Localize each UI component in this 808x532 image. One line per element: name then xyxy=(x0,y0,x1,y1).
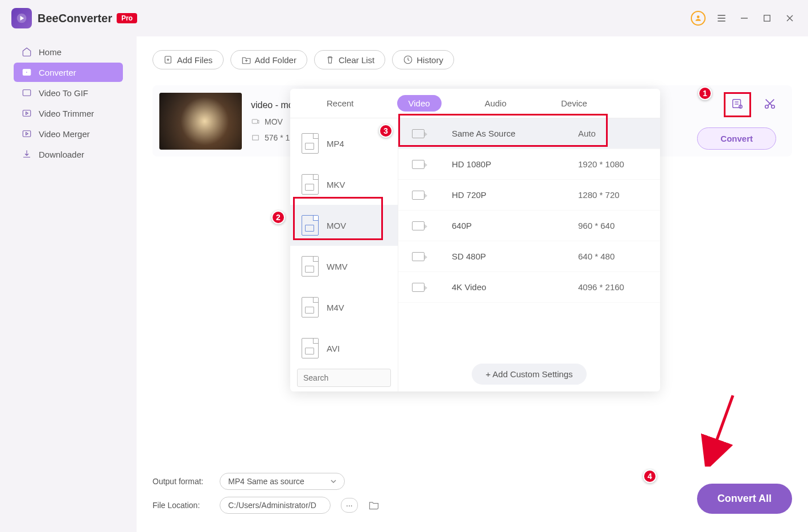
file-dims: 576 * 1 xyxy=(265,133,290,142)
add-files-button[interactable]: Add Files xyxy=(152,50,224,69)
svg-marker-16 xyxy=(26,133,28,135)
pro-badge: Pro xyxy=(117,13,137,23)
nav-label: Video Merger xyxy=(39,129,90,139)
btn-label: Add Folder xyxy=(255,55,296,65)
nav-label: Video To GIF xyxy=(39,88,88,98)
convert-button[interactable]: Convert xyxy=(697,127,776,150)
footer: Output format: MP4 Same as source File L… xyxy=(137,473,808,532)
format-settings-button[interactable] xyxy=(724,92,751,117)
annotation-arrow xyxy=(699,393,744,467)
nav-label: Home xyxy=(39,47,61,57)
user-icon[interactable] xyxy=(691,11,706,26)
svg-point-2 xyxy=(697,15,700,18)
clear-list-button[interactable]: Clear List xyxy=(314,50,385,69)
btn-label: History xyxy=(417,55,443,65)
annotation-2: 2 xyxy=(271,211,285,224)
resolution-4k[interactable]: 4K Video4096 * 2160 xyxy=(398,272,660,303)
resolution-640p[interactable]: 640P960 * 640 xyxy=(398,211,660,241)
resolution-same-as-source[interactable]: Same As SourceAuto xyxy=(398,118,660,149)
nav-label: Downloader xyxy=(39,150,84,159)
sidebar-item-merger[interactable]: Video Merger xyxy=(14,124,123,143)
output-format-label: Output format: xyxy=(152,477,209,486)
svg-rect-23 xyxy=(252,119,257,123)
download-icon xyxy=(22,149,32,159)
history-button[interactable]: History xyxy=(392,50,454,69)
convert-all-button[interactable]: Convert All xyxy=(697,484,792,514)
sidebar-item-trimmer[interactable]: Video Trimmer xyxy=(14,104,123,123)
annotation-1: 1 xyxy=(698,86,712,100)
trim-icon[interactable] xyxy=(764,97,776,112)
home-icon xyxy=(22,47,32,57)
minimize-button[interactable] xyxy=(737,11,751,25)
output-format-select[interactable]: MP4 Same as source xyxy=(220,473,345,490)
svg-rect-12 xyxy=(23,90,31,96)
add-custom-button[interactable]: + Add Custom Settings xyxy=(472,364,586,385)
sidebar-item-gif[interactable]: Video To GIF xyxy=(14,83,123,102)
app-name: BeeConverter xyxy=(38,12,112,25)
chevron-down-icon xyxy=(331,479,336,484)
video-thumbnail[interactable] xyxy=(159,93,242,150)
video-icon xyxy=(412,129,424,138)
merger-icon xyxy=(22,129,32,139)
toolbar: Add Files Add Folder Clear List History xyxy=(137,36,808,69)
location-more-button[interactable]: ··· xyxy=(341,498,358,513)
format-popup: Recent Video Audio Device MP4 MKV MOV WM… xyxy=(290,89,660,391)
close-button[interactable] xyxy=(783,11,797,25)
hamburger-icon[interactable] xyxy=(715,11,728,25)
tab-device[interactable]: Device xyxy=(550,95,599,112)
tab-audio[interactable]: Audio xyxy=(473,95,518,112)
sidebar-item-converter[interactable]: Converter xyxy=(14,63,123,82)
app-logo xyxy=(11,8,32,28)
svg-rect-13 xyxy=(23,110,31,117)
tab-video[interactable]: Video xyxy=(397,95,442,112)
sidebar-item-downloader[interactable]: Downloader xyxy=(14,145,123,164)
svg-rect-15 xyxy=(23,131,31,137)
sidebar-item-home[interactable]: Home xyxy=(14,42,123,61)
nav-label: Video Trimmer xyxy=(39,109,94,118)
annotation-3: 3 xyxy=(379,124,393,138)
resolution-720p[interactable]: HD 720P1280 * 720 xyxy=(398,180,660,211)
format-m4v[interactable]: M4V xyxy=(290,287,398,328)
open-folder-icon[interactable] xyxy=(368,499,380,512)
add-folder-button[interactable]: Add Folder xyxy=(230,50,307,69)
titlebar: BeeConverter Pro xyxy=(0,0,808,36)
file-icon xyxy=(302,174,319,195)
svg-marker-14 xyxy=(26,112,28,115)
file-icon xyxy=(302,256,319,277)
resolution-480p[interactable]: SD 480P640 * 480 xyxy=(398,241,660,272)
annotation-4: 4 xyxy=(643,469,657,483)
tab-recent[interactable]: Recent xyxy=(315,95,365,112)
btn-label: Clear List xyxy=(339,55,374,65)
video-icon xyxy=(412,252,424,261)
sidebar: Home Converter Video To GIF Video Trimme… xyxy=(0,36,137,532)
file-location-label: File Location: xyxy=(152,501,209,510)
maximize-button[interactable] xyxy=(760,11,774,25)
video-icon xyxy=(412,283,424,292)
video-icon xyxy=(412,160,424,169)
nav-label: Converter xyxy=(39,68,76,77)
video-icon xyxy=(412,221,424,230)
format-search-input[interactable] xyxy=(297,369,391,387)
format-wmv[interactable]: WMV xyxy=(290,246,398,287)
format-avi[interactable]: AVI xyxy=(290,328,398,369)
converter-icon xyxy=(22,67,32,77)
resolution-1080p[interactable]: HD 1080P1920 * 1080 xyxy=(398,149,660,180)
svg-rect-24 xyxy=(253,135,259,139)
video-icon xyxy=(412,191,424,200)
file-icon xyxy=(302,215,319,236)
trimmer-icon xyxy=(22,108,32,118)
btn-label: Add Files xyxy=(177,55,213,65)
file-icon xyxy=(302,133,319,154)
file-icon xyxy=(302,338,319,358)
format-mkv[interactable]: MKV xyxy=(290,164,398,205)
svg-rect-7 xyxy=(764,15,770,22)
gif-icon xyxy=(22,88,32,98)
file-icon xyxy=(302,297,319,317)
file-location-input[interactable]: C:/Users/Administrator/D xyxy=(220,497,331,514)
file-format: MOV xyxy=(265,117,283,126)
format-mov[interactable]: MOV xyxy=(290,205,398,246)
